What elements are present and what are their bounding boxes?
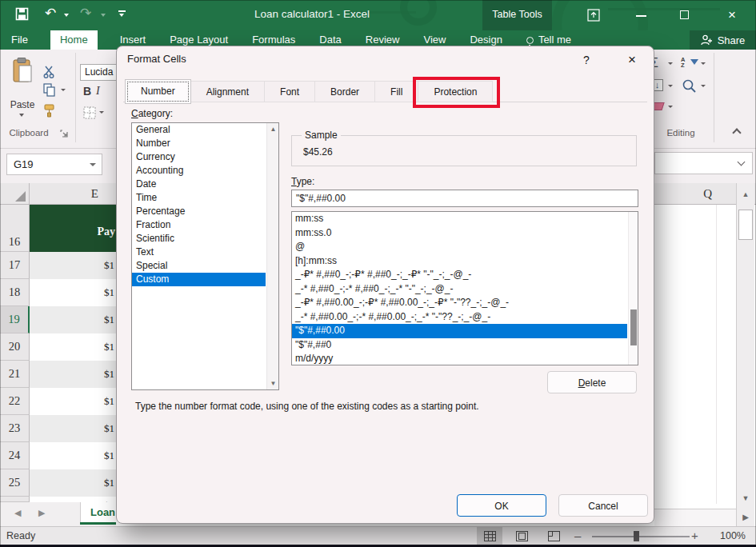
cell[interactable]: $1 <box>30 469 116 497</box>
dialog-tab-alignment[interactable]: Alignment <box>191 81 265 102</box>
cell[interactable]: $1 <box>30 361 116 388</box>
collapse-ribbon-icon[interactable] <box>732 128 741 137</box>
clear-dropdown-icon[interactable] <box>668 106 673 108</box>
filter-funnel-icon[interactable] <box>690 59 698 65</box>
scroll-right-icon[interactable]: ▶ <box>736 509 754 526</box>
sheet-nav-right-icon[interactable]: ▶ <box>38 508 45 518</box>
select-all-corner[interactable] <box>0 183 30 204</box>
save-icon[interactable] <box>15 7 29 21</box>
format-code-item[interactable]: m/d/yyyy <box>292 352 627 365</box>
row-header[interactable]: 17 <box>0 252 30 279</box>
minimize-button[interactable] <box>630 0 654 30</box>
dialog-tab-border[interactable]: Border <box>315 81 375 102</box>
scroll-down-icon[interactable]: ▼ <box>267 380 279 387</box>
zoom-slider-track[interactable] <box>592 536 690 537</box>
row-header[interactable]: 20 <box>0 333 30 361</box>
ribbon-tab-file[interactable]: File <box>10 30 30 50</box>
font-name-box[interactable]: Lucida <box>80 64 118 81</box>
share-button[interactable]: Share <box>690 30 756 50</box>
category-item-text[interactable]: Text <box>132 246 266 259</box>
bold-button[interactable]: B <box>83 85 91 98</box>
cell[interactable]: $1 <box>30 306 116 333</box>
sort-filter-icon[interactable]: AZ <box>681 57 685 68</box>
category-item-special[interactable]: Special <box>132 259 266 273</box>
cell[interactable]: $1 <box>30 252 116 279</box>
format-code-item[interactable]: mm:ss <box>292 212 627 226</box>
normal-view-button[interactable] <box>477 527 502 545</box>
dialog-tab-number[interactable]: Number <box>125 79 191 104</box>
category-item-time[interactable]: Time <box>132 191 266 205</box>
row-header[interactable]: 18 <box>0 279 30 306</box>
format-code-item[interactable]: "$"#,##0.00 <box>292 324 627 338</box>
vertical-scrollbar[interactable]: ▲ ▼ <box>736 183 754 509</box>
format-code-item[interactable]: mm:ss.0 <box>292 226 627 241</box>
row-header[interactable]: 16 <box>0 205 30 252</box>
ribbon-tab-home[interactable]: Home <box>50 30 98 50</box>
dialog-help-button[interactable]: ? <box>578 51 595 69</box>
format-code-item[interactable]: _-₽* #,##0.00_-;-₽* #,##0.00_-;_-₽* "-"?… <box>292 296 627 310</box>
row-header[interactable]: 23 <box>0 415 30 442</box>
row-header[interactable]: 21 <box>0 361 30 388</box>
zoom-in-icon[interactable]: + <box>691 529 698 542</box>
row-header[interactable]: 24 <box>0 442 30 469</box>
ok-button[interactable]: OK <box>457 494 546 517</box>
maximize-button[interactable] <box>673 0 697 30</box>
name-box-dropdown-icon[interactable] <box>90 163 96 166</box>
cell[interactable]: $1 <box>30 415 116 442</box>
dialog-tab-protection[interactable]: Protection <box>418 81 493 102</box>
zoom-slider-thumb[interactable] <box>634 531 639 541</box>
borders-dropdown-icon[interactable] <box>99 111 104 114</box>
fill-dropdown-icon[interactable] <box>668 85 673 87</box>
format-code-item[interactable]: [h]:mm:ss <box>292 254 627 269</box>
category-item-fraction[interactable]: Fraction <box>132 218 266 232</box>
format-code-item[interactable]: _-₽* #,##0_-;-₽* #,##0_-;_-₽* "-"_-;_-@_… <box>292 268 627 282</box>
category-item-accounting[interactable]: Accounting <box>132 164 266 178</box>
category-scrollbar[interactable]: ▲ ▼ <box>266 123 278 389</box>
format-code-list[interactable]: mm:ssmm:ss.0@[h]:mm:ss_-₽* #,##0_-;-₽* #… <box>291 211 638 365</box>
ribbon-display-options-icon[interactable] <box>582 0 606 30</box>
cell[interactable]: $1 <box>30 333 116 361</box>
scroll-down-icon[interactable]: ▼ <box>737 494 754 502</box>
row-header[interactable]: 25 <box>0 469 30 497</box>
paste-button[interactable]: Paste <box>5 53 40 123</box>
scroll-up-icon[interactable]: ▲ <box>267 126 279 133</box>
format-code-item[interactable]: _-* #,##0.00_-;-* #,##0.00_-;_-* "-"??_-… <box>292 310 627 325</box>
sheet-tab-loan[interactable]: Loan <box>80 502 116 523</box>
category-item-date[interactable]: Date <box>132 178 266 191</box>
cell[interactable]: $1 <box>30 497 116 502</box>
dialog-tab-fill[interactable]: Fill <box>375 81 418 102</box>
formula-bar-expand-icon[interactable] <box>738 158 746 166</box>
sheet-nav-left-icon[interactable]: ◀ <box>14 508 21 518</box>
zoom-out-icon[interactable]: – <box>574 529 581 542</box>
borders-icon[interactable] <box>83 106 96 119</box>
autosum-dropdown-icon[interactable] <box>668 62 673 65</box>
row-header[interactable]: 19 <box>0 306 30 333</box>
category-item-currency[interactable]: Currency <box>132 150 266 164</box>
cancel-button[interactable]: Cancel <box>558 494 648 517</box>
horizontal-scrollbar[interactable] <box>654 509 736 526</box>
sheet-cells-right[interactable] <box>654 205 736 504</box>
page-break-view-button[interactable] <box>541 527 566 545</box>
dialog-launcher-icon[interactable] <box>60 130 68 138</box>
cell[interactable]: $1 <box>30 388 116 415</box>
paste-dropdown-icon[interactable] <box>19 114 24 117</box>
dialog-close-button[interactable]: × <box>622 50 642 70</box>
vertical-scroll-thumb[interactable] <box>738 210 753 240</box>
find-dropdown-icon[interactable] <box>701 85 706 87</box>
code-scrollbar[interactable] <box>628 212 638 365</box>
category-item-scientific[interactable]: Scientific <box>132 232 266 246</box>
format-code-item[interactable]: _-* #,##0_-;-* #,##0_-;_-* "-"_-;_-@_- <box>292 282 627 297</box>
format-code-item[interactable]: "$"#,##0 <box>292 338 627 353</box>
category-list[interactable]: GeneralNumberCurrencyAccountingDateTimeP… <box>131 122 279 390</box>
row-header[interactable]: 22 <box>0 388 30 415</box>
undo-icon[interactable]: ↶ <box>45 6 56 22</box>
undo-dropdown-icon[interactable] <box>64 14 69 17</box>
row-header[interactable] <box>0 497 30 502</box>
copy-dropdown-icon[interactable] <box>61 89 66 91</box>
delete-button[interactable]: Delete <box>547 371 637 393</box>
category-item-general[interactable]: General <box>132 123 266 137</box>
cell[interactable]: $1 <box>30 442 116 469</box>
type-input[interactable]: "$"#,##0.00 <box>291 190 638 207</box>
page-layout-view-button[interactable] <box>509 527 534 545</box>
code-scroll-thumb[interactable] <box>630 309 637 345</box>
